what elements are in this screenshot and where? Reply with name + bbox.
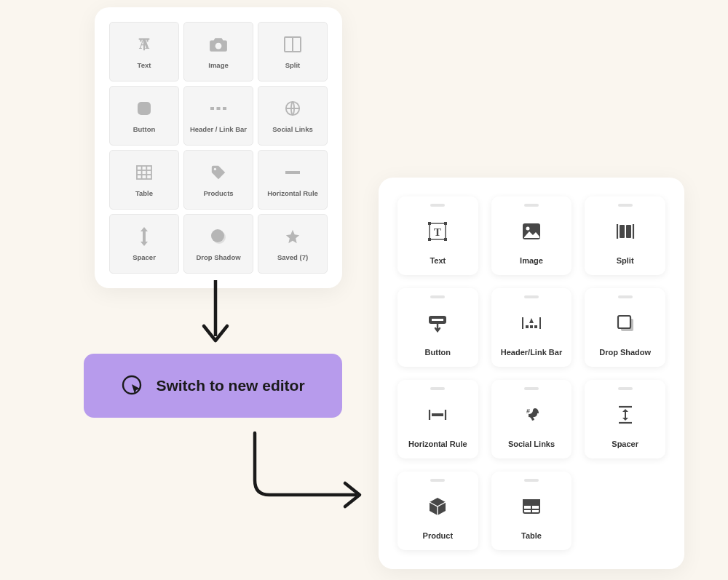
block-label: Drop Shadow <box>599 348 651 357</box>
svg-text:T: T <box>434 226 441 238</box>
block-label: Saved (7) <box>277 253 308 261</box>
svg-rect-47 <box>432 413 443 416</box>
switch-editor-label: Switch to new editor <box>156 377 304 394</box>
block-label: Product <box>423 531 454 540</box>
hr-icon <box>428 390 447 440</box>
svg-rect-23 <box>444 238 447 241</box>
spacer-icon <box>617 390 634 440</box>
svg-point-1 <box>215 43 222 49</box>
old-block-table[interactable]: Table <box>109 150 179 210</box>
svg-rect-33 <box>620 225 625 238</box>
block-label: Spacer <box>612 440 638 448</box>
old-block-split[interactable]: Split <box>258 22 328 82</box>
svg-rect-22 <box>428 238 431 241</box>
svg-rect-5 <box>210 107 214 110</box>
old-block-image[interactable]: Image <box>183 22 253 82</box>
box-icon <box>429 482 446 532</box>
old-block-spacer[interactable]: Spacer <box>109 214 179 274</box>
cursor-click-icon <box>121 374 144 397</box>
svg-point-14 <box>214 168 216 170</box>
new-block-drop-shadow[interactable]: Drop Shadow <box>585 288 665 367</box>
tag-icon <box>210 162 226 183</box>
block-label: Social Links <box>508 440 555 448</box>
block-label: Button <box>133 125 156 133</box>
svg-point-37 <box>437 330 438 332</box>
block-label: Button <box>425 348 451 357</box>
table-icon <box>136 162 152 183</box>
camera-icon <box>209 34 228 55</box>
block-label: Spacer <box>132 253 156 261</box>
button-shape-icon <box>137 98 151 119</box>
split-icon <box>284 34 301 55</box>
block-label: Header/Link Bar <box>501 348 562 357</box>
old-block-saved[interactable]: Saved (7) <box>258 214 328 274</box>
new-block-spacer[interactable]: Spacer <box>585 380 665 458</box>
old-editor-panel: A Text Image Split Button <box>95 7 342 288</box>
old-block-drop-shadow[interactable]: Drop Shadow <box>183 214 253 274</box>
split-icon <box>616 207 635 257</box>
shadow-icon <box>210 226 226 247</box>
new-block-horizontal-rule[interactable]: Horizontal Rule <box>397 380 478 458</box>
new-block-image[interactable]: Image <box>491 196 572 275</box>
new-block-social-links[interactable]: # Social Links <box>491 380 572 458</box>
svg-rect-4 <box>138 102 151 115</box>
svg-point-30 <box>526 226 529 230</box>
block-label: Text <box>430 256 446 265</box>
spacer-arrow-icon <box>139 226 149 247</box>
svg-rect-55 <box>523 500 539 504</box>
block-label: Image <box>520 256 543 265</box>
svg-rect-42 <box>534 325 537 328</box>
block-label: Drop Shadow <box>196 253 240 261</box>
new-block-table[interactable]: Table <box>491 472 572 550</box>
new-block-header-link-bar[interactable]: Header/Link Bar <box>491 288 572 367</box>
arrow-down-icon <box>194 277 237 349</box>
old-block-text[interactable]: A Text <box>109 22 179 82</box>
hr-icon <box>285 162 300 183</box>
svg-text:A: A <box>139 36 150 52</box>
dots-icon <box>210 98 226 119</box>
block-label: Horizontal Rule <box>267 189 318 197</box>
button-click-icon <box>427 298 448 349</box>
block-label: Products <box>203 189 233 197</box>
block-label: Split <box>617 256 634 265</box>
old-block-header-link-bar[interactable]: Header / Link Bar <box>183 86 253 146</box>
shadow-icon <box>616 298 635 349</box>
svg-rect-34 <box>626 225 631 238</box>
new-editor-panel: T Text Image Split Button <box>379 178 684 569</box>
svg-rect-36 <box>432 319 443 321</box>
svg-point-17 <box>211 229 224 242</box>
svg-rect-40 <box>526 325 529 328</box>
block-label: Image <box>208 61 228 69</box>
new-block-button[interactable]: Button <box>397 288 478 367</box>
svg-rect-41 <box>530 325 533 328</box>
svg-rect-15 <box>285 171 300 174</box>
globe-icon <box>285 98 301 119</box>
old-block-horizontal-rule[interactable]: Horizontal Rule <box>258 150 328 210</box>
svg-rect-20 <box>428 222 431 225</box>
block-label: Table <box>135 189 153 197</box>
svg-rect-7 <box>223 107 226 110</box>
svg-rect-21 <box>444 222 447 225</box>
block-label: Split <box>285 61 301 69</box>
new-block-text[interactable]: T Text <box>397 196 478 275</box>
svg-rect-6 <box>217 107 221 110</box>
old-block-products[interactable]: Products <box>183 150 253 210</box>
new-block-grid: T Text Image Split Button <box>397 196 665 550</box>
svg-text:#: # <box>526 408 530 415</box>
text-glyph-icon: A <box>136 34 152 55</box>
old-block-button[interactable]: Button <box>109 86 179 146</box>
switch-editor-button[interactable]: Switch to new editor <box>84 354 342 418</box>
block-label: Table <box>521 531 542 540</box>
block-label: Header / Link Bar <box>190 125 247 133</box>
svg-point-19 <box>123 376 141 394</box>
old-block-grid: A Text Image Split Button <box>109 22 328 274</box>
old-block-social-links[interactable]: Social Links <box>258 86 328 146</box>
table-icon <box>522 482 541 532</box>
arrow-right-icon <box>240 429 371 517</box>
social-icon: # <box>522 390 541 440</box>
block-label: Horizontal Rule <box>408 440 467 448</box>
new-block-product[interactable]: Product <box>397 472 478 550</box>
star-icon <box>285 226 301 247</box>
new-block-split[interactable]: Split <box>585 196 665 275</box>
header-bar-icon <box>521 298 542 349</box>
